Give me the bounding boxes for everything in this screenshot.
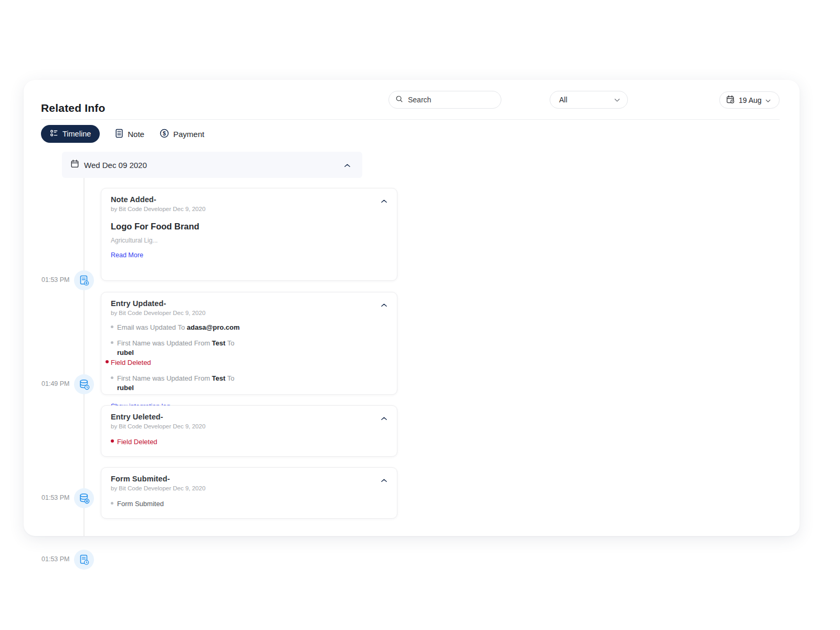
- note-title: Logo For Food Brand: [111, 222, 387, 232]
- filter-dropdown[interactable]: All: [550, 91, 628, 109]
- card-byline: by Bit Code Developer Dec 9, 2020: [111, 485, 205, 491]
- tab-payment-label: Payment: [173, 130, 204, 139]
- card-title: Note Added-: [111, 195, 205, 204]
- change-item: Email was Updated To adasa@pro.com: [111, 323, 387, 331]
- change-item: First Name was Updated From Test To rube…: [111, 339, 387, 356]
- card-title: Entry Ueleted-: [111, 413, 205, 421]
- timeline-card-form-submitted: Form Submited- by Bit Code Developer Dec…: [101, 467, 397, 519]
- calendar-clock-icon: [726, 95, 735, 106]
- tab-timeline-label: Timeline: [62, 130, 91, 138]
- field-deleted-item: Field Deleted: [111, 438, 387, 446]
- bullet-dot: [111, 326, 113, 328]
- read-more-link[interactable]: Read More: [111, 251, 143, 259]
- database-delete-icon: [74, 488, 94, 508]
- tab-note-label: Note: [128, 130, 144, 139]
- database-update-icon: [74, 374, 94, 394]
- payment-icon: $: [160, 129, 169, 140]
- header-divider: [41, 119, 780, 120]
- card-title: Entry Updated-: [111, 299, 205, 308]
- note-add-icon: [74, 270, 94, 290]
- chevron-up-icon[interactable]: [381, 300, 387, 310]
- card-byline: by Bit Code Developer Dec 9, 2020: [111, 206, 205, 212]
- tab-note[interactable]: Note: [115, 129, 144, 140]
- bullet-dot: [111, 439, 114, 443]
- card-byline: by Bit Code Developer Dec 9, 2020: [111, 423, 205, 429]
- bullet-dot: [111, 341, 113, 344]
- chevron-down-icon: [765, 96, 771, 104]
- search-icon: [395, 95, 403, 105]
- search-input[interactable]: [408, 96, 503, 104]
- timeline-card-entry-updated: Entry Updated- by Bit Code Developer Dec…: [101, 292, 397, 395]
- timeline-line: [83, 178, 85, 536]
- timeline-icon: [50, 129, 58, 139]
- calendar-icon: [70, 159, 79, 171]
- search-box[interactable]: [388, 91, 501, 109]
- related-info-panel: Related Info All: [24, 80, 800, 536]
- page-title: Related Info: [41, 102, 106, 114]
- bullet-dot: [111, 376, 113, 379]
- date-picker-button[interactable]: 19 Aug: [719, 91, 780, 109]
- change-item: First Name was Updated From Test To rube…: [111, 374, 387, 392]
- chevron-up-icon[interactable]: [344, 161, 351, 170]
- timeline-card-note-added: Note Added- by Bit Code Developer Dec 9,…: [101, 188, 397, 281]
- field-deleted-item: Field Deleted: [106, 359, 387, 366]
- form-submit-icon: [74, 550, 94, 570]
- svg-text:$: $: [163, 130, 166, 136]
- filter-value: All: [559, 96, 568, 104]
- chevron-down-icon: [614, 96, 620, 104]
- card-byline: by Bit Code Developer Dec 9, 2020: [111, 310, 205, 316]
- tab-payment[interactable]: $ Payment: [160, 129, 204, 140]
- bullet-dot: [106, 360, 109, 363]
- chevron-up-icon[interactable]: [381, 414, 387, 423]
- form-submitted-item: Form Submited: [111, 500, 387, 508]
- tab-timeline[interactable]: Timeline: [41, 125, 100, 143]
- note-icon: [115, 129, 123, 140]
- card-title: Form Submited-: [111, 475, 205, 483]
- date-group-label: Wed Dec 09 2020: [84, 161, 344, 170]
- note-excerpt: Agricultural Lig...: [111, 237, 387, 244]
- chevron-up-icon[interactable]: [381, 476, 387, 485]
- timeline-card-entry-deleted: Entry Ueleted- by Bit Code Developer Dec…: [101, 405, 397, 457]
- tab-bar: Timeline Note $ Payment: [41, 125, 204, 143]
- date-group-header[interactable]: Wed Dec 09 2020: [62, 152, 362, 178]
- chevron-up-icon[interactable]: [381, 196, 387, 206]
- bullet-dot: [111, 502, 113, 505]
- date-picker-value: 19 Aug: [739, 96, 762, 104]
